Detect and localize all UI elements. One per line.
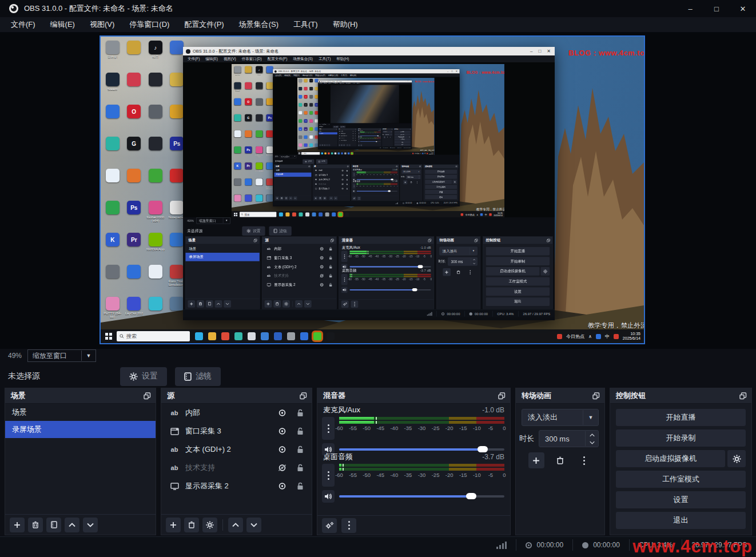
source-list-item[interactable]: ab 显示器采集 2 [161, 477, 312, 495]
signal-bars-icon [496, 541, 507, 549]
popout-icon[interactable] [498, 392, 506, 400]
add-scene-button[interactable] [10, 518, 25, 532]
scene-move-down-button[interactable] [83, 518, 98, 532]
popout-icon[interactable] [144, 392, 151, 400]
maximize-button[interactable]: □ [703, 0, 730, 17]
start-virtual-camera-button[interactable]: 启动虚拟摄像机 [616, 450, 725, 467]
exit-button: 退出 [425, 195, 457, 199]
transition-type-dropdown[interactable]: 淡入淡出 ▼ [522, 409, 599, 426]
window-capture-icon [266, 256, 270, 260]
source-list-item[interactable]: ab 窗口采集 3 [161, 422, 312, 440]
popout-icon[interactable] [300, 392, 307, 400]
volume-slider [350, 264, 431, 270]
source-list-item[interactable]: ab 技术支持 [161, 459, 312, 477]
volume-slider[interactable] [339, 490, 504, 503]
desktop-icon-glyph [315, 79, 319, 82]
source-lock-toggle[interactable] [295, 464, 306, 472]
virtual-camera-config-button[interactable] [727, 450, 746, 467]
studio-mode-button[interactable]: 工作室模式 [616, 471, 746, 488]
popout-icon [455, 165, 457, 167]
minimize-button[interactable]: – [677, 0, 703, 17]
chevron-down-icon [391, 135, 392, 136]
source-visibility-toggle[interactable] [276, 427, 288, 435]
source-lock-toggle[interactable] [295, 445, 306, 453]
tray-app-icon [596, 334, 601, 339]
source-lock-toggle[interactable] [295, 409, 306, 417]
source-visibility-toggle[interactable] [276, 464, 288, 472]
fps-counter: 26.97 / 29.97 FPS [518, 311, 555, 317]
menu-item[interactable]: 视图(V) [82, 17, 122, 32]
source-properties-toolbar-button[interactable] [202, 518, 217, 532]
scene-move-up-button[interactable] [65, 518, 79, 532]
desktop-icon-label: PuTTY (64-bit) [298, 147, 303, 149]
scene-list-item[interactable]: 场景 [5, 404, 156, 421]
scenes-dock-title: 场景 [320, 129, 336, 130]
desktop-icon-glyph [299, 144, 302, 147]
zoom-mode-dropdown[interactable]: 缩放至窗口 ▼ [27, 349, 96, 362]
source-list-item[interactable]: ab 文本 (GDI+) 2 [161, 440, 312, 459]
mute-toggle-button[interactable] [322, 490, 335, 503]
zoom-mode-dropdown: 缩放至窗口 ▼ [280, 155, 297, 158]
source-move-up-button [295, 300, 303, 308]
volume-slider-handle[interactable] [466, 493, 476, 499]
menu-item[interactable]: 场景集合(S) [232, 17, 286, 32]
popout-icon[interactable] [592, 392, 600, 400]
popout-icon[interactable] [739, 392, 747, 400]
mixer-channel-menu-button[interactable] [322, 464, 335, 487]
desktop-icon-glyph [299, 87, 302, 90]
source-visibility-toggle[interactable] [276, 445, 288, 453]
source-lock-toggle[interactable] [295, 427, 306, 435]
stream-timer: 00:00:00 [437, 311, 465, 317]
menu-item[interactable]: 文件(F) [3, 17, 43, 32]
eye-icon [319, 247, 324, 251]
scene-filters-button[interactable] [46, 518, 61, 532]
start-streaming-button[interactable]: 开始直播 [616, 409, 746, 426]
add-source-button[interactable] [166, 518, 181, 532]
popout-icon [409, 129, 411, 130]
remove-transition-button[interactable] [552, 452, 568, 468]
scene-list-item[interactable]: 录屏场景 [5, 421, 156, 438]
menu-item[interactable]: 停靠窗口(D) [122, 17, 177, 32]
menu-item[interactable]: 配置文件(P) [177, 17, 231, 32]
menu-item[interactable]: 帮助(H) [325, 17, 365, 32]
mixer-channel-menu-button[interactable] [322, 417, 335, 440]
mixer-channel-name: 桌面音频 [358, 136, 377, 137]
add-scene-button [275, 196, 278, 200]
source-properties-button[interactable]: 设置 [120, 367, 167, 386]
remove-scene-button [197, 300, 204, 308]
mixer-channel-name: 桌面音频 [342, 268, 420, 273]
source-move-up-button[interactable] [228, 518, 243, 532]
remove-source-button[interactable] [184, 518, 199, 532]
exit-button[interactable]: 退出 [616, 512, 746, 529]
settings-button[interactable]: 设置 [616, 491, 746, 508]
duration-spinbox[interactable]: 300 ms [539, 430, 599, 447]
no-source-label: 未选择源 [275, 160, 303, 162]
desktop-icon-label: foobar2000 (x64) [309, 123, 314, 125]
source-visibility-toggle[interactable] [276, 482, 288, 490]
transition-duration-row: 时长 300 ms [383, 133, 392, 135]
source-move-down-button[interactable] [246, 518, 261, 532]
source-lock-toggle[interactable] [295, 482, 306, 490]
desktop-icon: K [297, 127, 303, 135]
gear-icon [284, 302, 288, 306]
source-filters-button[interactable]: 滤镜 [175, 367, 221, 386]
add-transition-button[interactable] [528, 452, 544, 468]
desktop-icon [308, 135, 313, 143]
spin-up-button[interactable] [586, 431, 598, 439]
close-button[interactable]: ✕ [730, 0, 756, 17]
advanced-audio-button[interactable] [322, 518, 337, 533]
start-recording-button[interactable]: 开始录制 [616, 429, 746, 447]
preview-canvas[interactable]: 回收站 ♪ 抖音 Steam [0, 33, 756, 349]
remove-scene-button[interactable] [28, 518, 43, 532]
spin-down-button[interactable] [586, 439, 598, 446]
scenes-dock-title: 场景 [188, 238, 253, 243]
lock-icon [355, 140, 356, 141]
transition-menu-button[interactable] [576, 452, 592, 468]
source-visibility-toggle[interactable] [276, 409, 288, 417]
source-list-item[interactable]: ab 内部 [161, 404, 312, 422]
mixer-menu-button[interactable] [341, 518, 356, 533]
menu-item[interactable]: 编辑(E) [43, 17, 82, 32]
menu-item[interactable]: 工具(T) [286, 17, 325, 32]
mixer-channel-name: 桌面音频 [353, 180, 392, 182]
source-move-down-button [349, 144, 351, 146]
